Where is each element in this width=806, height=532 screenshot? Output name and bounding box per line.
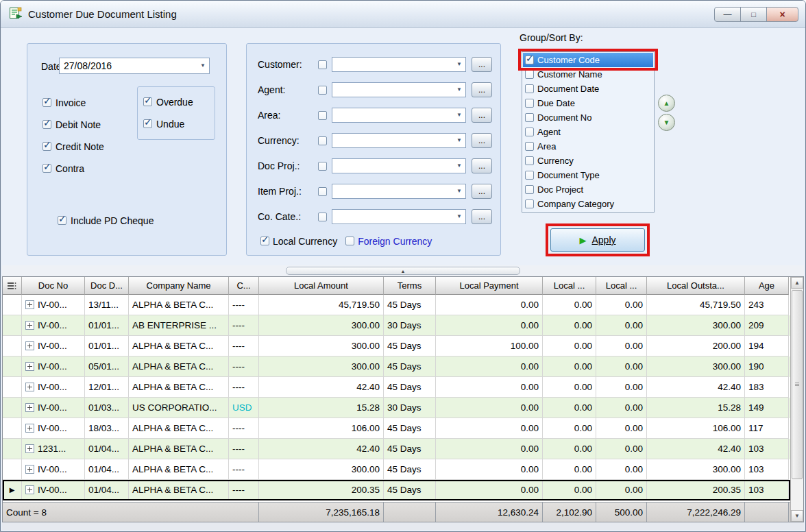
move-up-button[interactable]: ▲: [658, 95, 675, 112]
checkbox[interactable]: [318, 60, 327, 69]
checkbox-overdue[interactable]: Overdue: [143, 95, 193, 108]
group-sort-item-document-type[interactable]: Document Type: [523, 168, 653, 182]
browse-ellipsis-button[interactable]: ...: [472, 82, 492, 97]
column-header-local[interactable]: Local ...: [596, 277, 647, 295]
table-row[interactable]: IV-00...01/04...ALPHA & BETA C...----300…: [3, 459, 790, 480]
column-header-age[interactable]: Age: [745, 277, 789, 295]
move-down-button[interactable]: ▼: [658, 114, 675, 131]
group-sort-item-doc-project[interactable]: Doc Project: [523, 182, 653, 197]
browse-ellipsis-button[interactable]: ...: [472, 184, 492, 199]
expand-icon[interactable]: [25, 444, 34, 453]
column-header-local-amount[interactable]: Local Amount: [259, 277, 384, 295]
table-row[interactable]: IV-00...01/01...AB ENTERPRISE ...----300…: [3, 315, 790, 336]
filter-combobox[interactable]: ▼: [332, 209, 466, 224]
checkbox[interactable]: [525, 171, 534, 180]
column-header-doc-d[interactable]: Doc D...: [85, 277, 129, 295]
expand-icon[interactable]: [25, 341, 34, 350]
scroll-down-button[interactable]: ▼: [791, 510, 803, 522]
group-sort-item-document-no[interactable]: Document No: [523, 110, 653, 125]
group-sort-item-due-date[interactable]: Due Date: [523, 96, 653, 110]
expand-icon[interactable]: [25, 321, 34, 330]
checkbox-foreign-currency[interactable]: Foreign Currency: [345, 234, 432, 247]
checkbox[interactable]: [525, 142, 534, 151]
table-row[interactable]: 1231...01/04...ALPHA & BETA C...----42.4…: [3, 439, 790, 459]
checkbox[interactable]: [42, 98, 51, 107]
column-header-company-name[interactable]: Company Name: [129, 277, 229, 295]
close-button[interactable]: ×: [766, 7, 798, 22]
expand-icon[interactable]: [25, 403, 34, 412]
expand-icon[interactable]: [25, 300, 34, 309]
checkbox[interactable]: [525, 56, 534, 64]
filter-combobox[interactable]: ▼: [332, 57, 466, 72]
group-sort-listbox[interactable]: Customer CodeCustomer NameDocument DateD…: [522, 51, 655, 213]
checkbox[interactable]: [318, 162, 327, 171]
checkbox[interactable]: [143, 97, 152, 106]
minimize-button[interactable]: —: [714, 7, 741, 22]
table-row[interactable]: ▶IV-00...01/04...ALPHA & BETA C...----20…: [3, 480, 790, 500]
column-chooser-header[interactable]: [3, 277, 22, 295]
browse-ellipsis-button[interactable]: ...: [472, 133, 492, 148]
apply-button[interactable]: ▶ Apply: [550, 228, 645, 252]
checkbox[interactable]: [318, 111, 327, 120]
scroll-up-button[interactable]: ▲: [791, 277, 803, 289]
group-sort-item-document-date[interactable]: Document Date: [523, 82, 653, 96]
expand-icon[interactable]: [25, 424, 34, 433]
group-sort-item-customer-name[interactable]: Customer Name: [523, 67, 653, 82]
filter-combobox[interactable]: ▼: [332, 82, 466, 97]
table-row[interactable]: IV-00...18/03...ALPHA & BETA C...----106…: [3, 418, 790, 439]
checkbox[interactable]: [525, 113, 534, 122]
table-row[interactable]: IV-00...01/01...ALPHA & BETA C...----300…: [3, 336, 790, 356]
panel-splitter[interactable]: ▲: [2, 265, 804, 276]
date-combobox[interactable]: 27/08/2016 ▼: [59, 58, 210, 74]
checkbox-contra[interactable]: Contra: [42, 162, 104, 175]
checkbox[interactable]: [42, 142, 51, 151]
titlebar[interactable]: Customer Due Document Listing — □ ×: [1, 1, 805, 28]
group-sort-item-currency[interactable]: Currency: [523, 154, 653, 168]
column-header-doc-no[interactable]: Doc No: [22, 277, 85, 295]
column-header-terms[interactable]: Terms: [384, 277, 436, 295]
checkbox[interactable]: [143, 119, 152, 128]
column-header-c[interactable]: C...: [229, 277, 259, 295]
group-sort-item-agent[interactable]: Agent: [523, 125, 653, 139]
checkbox-debit-note[interactable]: Debit Note: [42, 118, 104, 131]
checkbox[interactable]: [525, 156, 534, 165]
checkbox[interactable]: [525, 99, 534, 108]
table-row[interactable]: IV-00...12/01...ALPHA & BETA C...----42.…: [3, 377, 790, 398]
include-pd-cheque-checkbox[interactable]: Include PD Cheque: [58, 214, 154, 227]
expand-icon[interactable]: [25, 383, 34, 391]
group-sort-item-company-category[interactable]: Company Category: [523, 197, 653, 211]
browse-ellipsis-button[interactable]: ...: [472, 57, 492, 72]
splitter-handle[interactable]: ▲: [286, 267, 520, 275]
checkbox[interactable]: [42, 120, 51, 129]
checkbox[interactable]: [58, 216, 66, 225]
browse-ellipsis-button[interactable]: ...: [472, 158, 492, 173]
checkbox[interactable]: [318, 136, 327, 145]
table-row[interactable]: IV-00...01/03...US CORPORATIO...USD15.28…: [3, 398, 790, 418]
expand-icon[interactable]: [25, 465, 34, 474]
checkbox[interactable]: [345, 237, 354, 245]
filter-combobox[interactable]: ▼: [332, 108, 466, 123]
column-header-local[interactable]: Local ...: [543, 277, 596, 295]
checkbox[interactable]: [525, 70, 534, 79]
vertical-scrollbar[interactable]: ▲ ▼: [790, 277, 803, 522]
checkbox[interactable]: [525, 128, 534, 136]
checkbox[interactable]: [525, 185, 534, 194]
scrollbar-thumb[interactable]: [792, 290, 803, 479]
checkbox[interactable]: [525, 84, 534, 93]
checkbox-invoice[interactable]: Invoice: [42, 96, 104, 109]
table-row[interactable]: IV-00...13/11...ALPHA & BETA C...----45,…: [3, 295, 790, 315]
table-row[interactable]: IV-00...05/01...ALPHA & BETA C...----300…: [3, 356, 790, 377]
group-sort-item-customer-code[interactable]: Customer Code: [523, 53, 653, 67]
checkbox[interactable]: [525, 200, 534, 208]
checkbox[interactable]: [318, 187, 327, 196]
browse-ellipsis-button[interactable]: ...: [472, 108, 492, 123]
checkbox[interactable]: [42, 164, 51, 173]
column-header-local-payment[interactable]: Local Payment: [436, 277, 543, 295]
checkbox-local-currency[interactable]: Local Currency: [260, 234, 337, 247]
checkbox[interactable]: [318, 86, 327, 95]
column-header-local-outsta[interactable]: Local Outsta...: [647, 277, 745, 295]
checkbox-credit-note[interactable]: Credit Note: [42, 140, 104, 153]
expand-icon[interactable]: [25, 362, 34, 371]
group-sort-item-area[interactable]: Area: [523, 139, 653, 154]
maximize-button[interactable]: □: [740, 7, 767, 22]
